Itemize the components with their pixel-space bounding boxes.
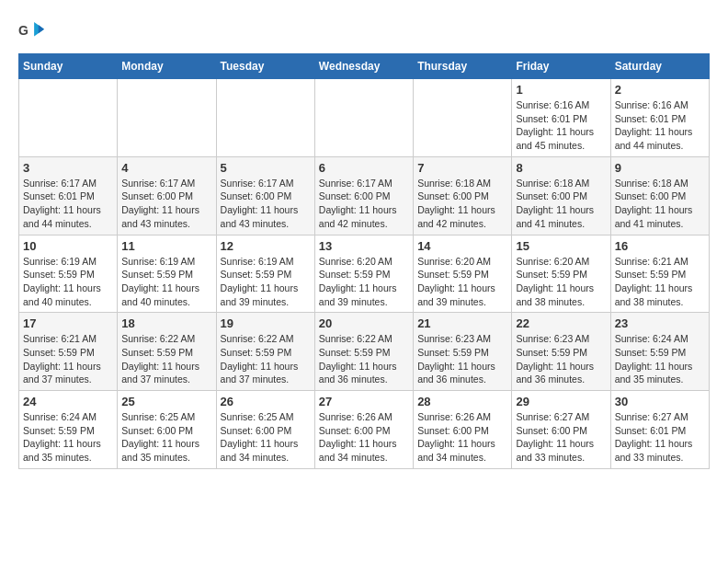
- day-number: 3: [23, 161, 113, 175]
- calendar-cell: 14Sunrise: 6:20 AM Sunset: 5:59 PM Dayli…: [414, 235, 512, 313]
- day-number: 23: [615, 316, 705, 330]
- day-number: 8: [516, 161, 606, 175]
- calendar-cell: 9Sunrise: 6:18 AM Sunset: 6:00 PM Daylig…: [610, 156, 709, 235]
- day-info: Sunrise: 6:25 AM Sunset: 6:00 PM Dayligh…: [121, 410, 211, 465]
- day-info: Sunrise: 6:17 AM Sunset: 6:00 PM Dayligh…: [121, 177, 211, 231]
- day-info: Sunrise: 6:19 AM Sunset: 5:59 PM Dayligh…: [221, 255, 311, 309]
- calendar-cell: 13Sunrise: 6:20 AM Sunset: 5:59 PM Dayli…: [314, 235, 413, 313]
- day-info: Sunrise: 6:17 AM Sunset: 6:00 PM Dayligh…: [319, 177, 409, 231]
- day-number: 1: [516, 83, 606, 97]
- day-info: Sunrise: 6:27 AM Sunset: 6:00 PM Dayligh…: [516, 410, 606, 465]
- day-number: 2: [615, 83, 705, 97]
- calendar-week-row: 1Sunrise: 6:16 AM Sunset: 6:01 PM Daylig…: [19, 79, 710, 157]
- day-info: Sunrise: 6:21 AM Sunset: 5:59 PM Dayligh…: [615, 255, 705, 309]
- day-info: Sunrise: 6:20 AM Sunset: 5:59 PM Dayligh…: [417, 255, 507, 309]
- day-info: Sunrise: 6:24 AM Sunset: 5:59 PM Dayligh…: [615, 332, 705, 386]
- day-number: 26: [221, 395, 311, 408]
- day-number: 29: [516, 395, 606, 408]
- day-number: 17: [23, 316, 113, 330]
- day-number: 20: [319, 316, 409, 330]
- logo-icon: G: [18, 18, 44, 44]
- day-info: Sunrise: 6:26 AM Sunset: 6:00 PM Dayligh…: [417, 410, 507, 465]
- calendar-week-row: 17Sunrise: 6:21 AM Sunset: 5:59 PM Dayli…: [19, 313, 710, 391]
- calendar-cell: 10Sunrise: 6:19 AM Sunset: 5:59 PM Dayli…: [19, 235, 118, 313]
- weekday-header-sunday: Sunday: [19, 54, 118, 79]
- day-info: Sunrise: 6:18 AM Sunset: 6:00 PM Dayligh…: [516, 177, 606, 231]
- calendar-cell: 23Sunrise: 6:24 AM Sunset: 5:59 PM Dayli…: [610, 313, 709, 391]
- day-info: Sunrise: 6:20 AM Sunset: 5:59 PM Dayligh…: [319, 255, 409, 309]
- day-info: Sunrise: 6:17 AM Sunset: 6:01 PM Dayligh…: [23, 177, 113, 231]
- weekday-header-wednesday: Wednesday: [314, 54, 413, 79]
- day-info: Sunrise: 6:16 AM Sunset: 6:01 PM Dayligh…: [615, 98, 705, 153]
- weekday-header-monday: Monday: [118, 54, 216, 79]
- header: G: [18, 18, 710, 44]
- day-number: 25: [121, 395, 211, 408]
- calendar-cell: 29Sunrise: 6:27 AM Sunset: 6:00 PM Dayli…: [512, 391, 610, 469]
- day-info: Sunrise: 6:23 AM Sunset: 5:59 PM Dayligh…: [516, 332, 606, 386]
- day-info: Sunrise: 6:17 AM Sunset: 6:00 PM Dayligh…: [221, 177, 311, 231]
- calendar-cell: 1Sunrise: 6:16 AM Sunset: 6:01 PM Daylig…: [512, 79, 610, 157]
- calendar-week-row: 10Sunrise: 6:19 AM Sunset: 5:59 PM Dayli…: [19, 235, 710, 313]
- day-number: 4: [121, 161, 211, 175]
- calendar-cell: 30Sunrise: 6:27 AM Sunset: 6:01 PM Dayli…: [610, 391, 709, 469]
- day-info: Sunrise: 6:21 AM Sunset: 5:59 PM Dayligh…: [23, 332, 113, 386]
- day-number: 7: [417, 161, 507, 175]
- calendar-cell: 22Sunrise: 6:23 AM Sunset: 5:59 PM Dayli…: [512, 313, 610, 391]
- svg-text:G: G: [18, 23, 28, 38]
- day-number: 30: [615, 395, 705, 408]
- calendar-cell: 24Sunrise: 6:24 AM Sunset: 5:59 PM Dayli…: [19, 391, 118, 469]
- day-number: 10: [23, 239, 113, 253]
- day-number: 5: [221, 161, 311, 175]
- day-info: Sunrise: 6:16 AM Sunset: 6:01 PM Dayligh…: [516, 98, 606, 153]
- weekday-header-row: SundayMondayTuesdayWednesdayThursdayFrid…: [19, 54, 710, 79]
- logo: G: [18, 18, 48, 44]
- calendar-cell: 8Sunrise: 6:18 AM Sunset: 6:00 PM Daylig…: [512, 156, 610, 235]
- calendar-cell: 25Sunrise: 6:25 AM Sunset: 6:00 PM Dayli…: [118, 391, 216, 469]
- calendar-cell: 15Sunrise: 6:20 AM Sunset: 5:59 PM Dayli…: [512, 235, 610, 313]
- calendar-cell: 11Sunrise: 6:19 AM Sunset: 5:59 PM Dayli…: [118, 235, 216, 313]
- calendar-week-row: 24Sunrise: 6:24 AM Sunset: 5:59 PM Dayli…: [19, 391, 710, 469]
- day-number: 18: [121, 316, 211, 330]
- day-number: 24: [23, 395, 113, 408]
- weekday-header-friday: Friday: [512, 54, 610, 79]
- day-info: Sunrise: 6:19 AM Sunset: 5:59 PM Dayligh…: [121, 255, 211, 309]
- calendar-cell: 27Sunrise: 6:26 AM Sunset: 6:00 PM Dayli…: [314, 391, 413, 469]
- weekday-header-tuesday: Tuesday: [216, 54, 314, 79]
- day-info: Sunrise: 6:22 AM Sunset: 5:59 PM Dayligh…: [319, 332, 409, 386]
- weekday-header-saturday: Saturday: [610, 54, 709, 79]
- calendar-cell: 12Sunrise: 6:19 AM Sunset: 5:59 PM Dayli…: [216, 235, 314, 313]
- calendar-cell: [19, 79, 118, 157]
- day-number: 27: [319, 395, 409, 408]
- day-info: Sunrise: 6:26 AM Sunset: 6:00 PM Dayligh…: [319, 410, 409, 465]
- day-info: Sunrise: 6:24 AM Sunset: 5:59 PM Dayligh…: [23, 410, 113, 465]
- day-info: Sunrise: 6:20 AM Sunset: 5:59 PM Dayligh…: [516, 255, 606, 309]
- day-number: 19: [221, 316, 311, 330]
- day-number: 28: [417, 395, 507, 408]
- day-number: 14: [417, 239, 507, 253]
- calendar-table: SundayMondayTuesdayWednesdayThursdayFrid…: [18, 53, 710, 469]
- day-number: 21: [417, 316, 507, 330]
- calendar-cell: 3Sunrise: 6:17 AM Sunset: 6:01 PM Daylig…: [19, 156, 118, 235]
- svg-marker-2: [39, 25, 44, 33]
- day-info: Sunrise: 6:25 AM Sunset: 6:00 PM Dayligh…: [221, 410, 311, 465]
- calendar-cell: [314, 79, 413, 157]
- day-number: 15: [516, 239, 606, 253]
- calendar-cell: 26Sunrise: 6:25 AM Sunset: 6:00 PM Dayli…: [216, 391, 314, 469]
- day-number: 12: [221, 239, 311, 253]
- day-info: Sunrise: 6:22 AM Sunset: 5:59 PM Dayligh…: [221, 332, 311, 386]
- day-info: Sunrise: 6:18 AM Sunset: 6:00 PM Dayligh…: [615, 177, 705, 231]
- day-info: Sunrise: 6:18 AM Sunset: 6:00 PM Dayligh…: [417, 177, 507, 231]
- day-number: 9: [615, 161, 705, 175]
- calendar-cell: 20Sunrise: 6:22 AM Sunset: 5:59 PM Dayli…: [314, 313, 413, 391]
- day-info: Sunrise: 6:19 AM Sunset: 5:59 PM Dayligh…: [23, 255, 113, 309]
- calendar-cell: 7Sunrise: 6:18 AM Sunset: 6:00 PM Daylig…: [414, 156, 512, 235]
- calendar-cell: 2Sunrise: 6:16 AM Sunset: 6:01 PM Daylig…: [610, 79, 709, 157]
- weekday-header-thursday: Thursday: [414, 54, 512, 79]
- calendar-week-row: 3Sunrise: 6:17 AM Sunset: 6:01 PM Daylig…: [19, 156, 710, 235]
- calendar-cell: 6Sunrise: 6:17 AM Sunset: 6:00 PM Daylig…: [314, 156, 413, 235]
- day-number: 22: [516, 316, 606, 330]
- day-info: Sunrise: 6:27 AM Sunset: 6:01 PM Dayligh…: [615, 410, 705, 465]
- calendar-cell: 4Sunrise: 6:17 AM Sunset: 6:00 PM Daylig…: [118, 156, 216, 235]
- calendar-cell: 16Sunrise: 6:21 AM Sunset: 5:59 PM Dayli…: [610, 235, 709, 313]
- calendar-cell: 21Sunrise: 6:23 AM Sunset: 5:59 PM Dayli…: [414, 313, 512, 391]
